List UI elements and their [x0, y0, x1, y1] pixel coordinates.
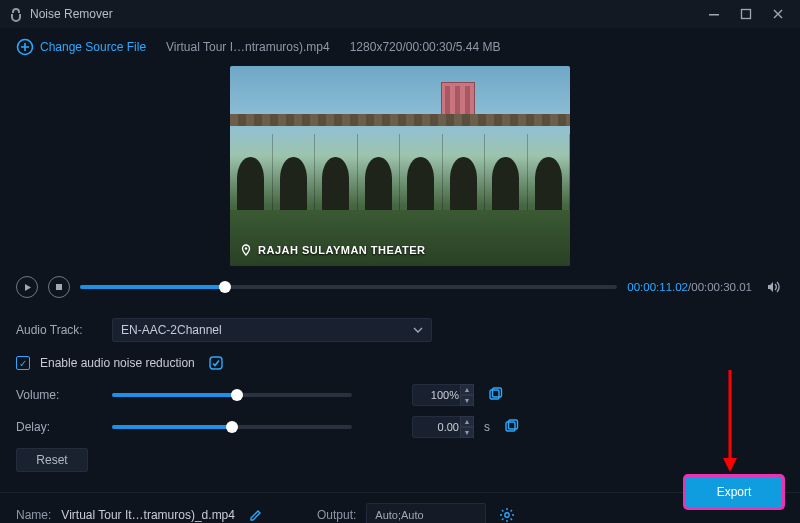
delay-apply-all-icon[interactable] [500, 416, 522, 438]
delay-unit: s [484, 420, 490, 434]
export-button[interactable]: Export [686, 477, 782, 507]
export-label: Export [717, 485, 752, 499]
source-filename: Virtual Tour I…ntramuros).mp4 [166, 40, 330, 54]
duration-time: 00:00:30.01 [691, 281, 752, 293]
seek-fill [80, 285, 225, 289]
seek-slider[interactable] [80, 285, 617, 289]
change-source-label: Change Source File [40, 40, 146, 54]
audio-track-select[interactable]: EN-AAC-2Channel [112, 318, 432, 342]
video-preview[interactable]: RAJAH SULAYMAN THEATER [230, 66, 570, 266]
noise-reduction-label: Enable audio noise reduction [40, 356, 195, 370]
source-meta: 1280x720/00:00:30/5.44 MB [350, 40, 501, 54]
volume-label: Volume: [16, 388, 102, 402]
toolbar: Change Source File Virtual Tour I…ntramu… [0, 28, 800, 66]
output-row-1: Name: Virtual Tour It…tramuros)_d.mp4 Ou… [16, 503, 784, 523]
audio-track-label: Audio Track: [16, 323, 102, 337]
svg-rect-4 [56, 284, 62, 290]
svg-point-3 [245, 247, 247, 249]
window-controls [700, 4, 792, 24]
close-button[interactable] [764, 4, 792, 24]
volume-step-up[interactable]: ▲ [460, 384, 474, 395]
current-time: 00:00:11.02 [627, 281, 688, 293]
audio-track-value: EN-AAC-2Channel [121, 323, 222, 337]
titlebar: Noise Remover [0, 0, 800, 28]
time-display: 00:00:11.02/00:00:30.01 [627, 281, 752, 293]
volume-slider[interactable] [112, 393, 352, 397]
playback-bar: 00:00:11.02/00:00:30.01 [0, 266, 800, 312]
svg-point-10 [505, 513, 509, 517]
delay-step-down[interactable]: ▼ [460, 427, 474, 438]
volume-step-down[interactable]: ▼ [460, 395, 474, 406]
delay-fill [112, 425, 232, 429]
volume-fill [112, 393, 237, 397]
preview-area: RAJAH SULAYMAN THEATER [0, 66, 800, 266]
audio-track-row: Audio Track: EN-AAC-2Channel [16, 318, 784, 342]
delay-knob[interactable] [226, 421, 238, 433]
rename-button[interactable] [245, 504, 267, 523]
plus-circle-icon [16, 38, 34, 56]
delay-stepper: ▲ ▼ [460, 416, 474, 438]
volume-knob[interactable] [231, 389, 243, 401]
delay-value-box[interactable]: 0.00 [412, 416, 464, 438]
titlebar-left: Noise Remover [8, 6, 113, 22]
output-panel: Name: Virtual Tour It…tramuros)_d.mp4 Ou… [0, 492, 800, 523]
audio-controls: Audio Track: EN-AAC-2Channel Enable audi… [0, 312, 800, 492]
noise-reduction-info-icon[interactable] [205, 352, 227, 374]
name-label: Name: [16, 508, 51, 522]
chevron-down-icon [413, 325, 423, 335]
noise-reduction-row: Enable audio noise reduction [16, 352, 784, 374]
delay-step-up[interactable]: ▲ [460, 416, 474, 427]
maximize-button[interactable] [732, 4, 760, 24]
video-caption-overlay: RAJAH SULAYMAN THEATER [240, 244, 425, 256]
volume-stepper: ▲ ▼ [460, 384, 474, 406]
output-name-value: Virtual Tour It…tramuros)_d.mp4 [61, 508, 235, 522]
minimize-button[interactable] [700, 4, 728, 24]
svg-rect-0 [709, 14, 719, 16]
delay-row: Delay: 0.00 ▲ ▼ s [16, 416, 784, 438]
change-source-button[interactable]: Change Source File [16, 38, 146, 56]
delay-label: Delay: [16, 420, 102, 434]
location-pin-icon [240, 244, 252, 256]
volume-value: 100% [431, 389, 459, 401]
volume-apply-all-icon[interactable] [484, 384, 506, 406]
output-label: Output: [317, 508, 356, 522]
video-caption-text: RAJAH SULAYMAN THEATER [258, 244, 425, 256]
app-logo-icon [8, 6, 24, 22]
delay-value: 0.00 [438, 421, 459, 433]
play-button[interactable] [16, 276, 38, 298]
stop-button[interactable] [48, 276, 70, 298]
volume-icon[interactable] [762, 276, 784, 298]
output-format-value: Auto;Auto [375, 509, 423, 521]
volume-value-box[interactable]: 100% [412, 384, 464, 406]
reset-button[interactable]: Reset [16, 448, 88, 472]
delay-slider[interactable] [112, 425, 352, 429]
seek-knob[interactable] [219, 281, 231, 293]
volume-row: Volume: 100% ▲ ▼ [16, 384, 784, 406]
app-title: Noise Remover [30, 7, 113, 21]
svg-rect-1 [742, 10, 751, 19]
output-format-field[interactable]: Auto;Auto [366, 503, 486, 523]
reset-row: Reset [16, 448, 784, 472]
output-settings-button[interactable] [496, 504, 518, 523]
reset-label: Reset [36, 453, 67, 467]
noise-reduction-checkbox[interactable] [16, 356, 30, 370]
